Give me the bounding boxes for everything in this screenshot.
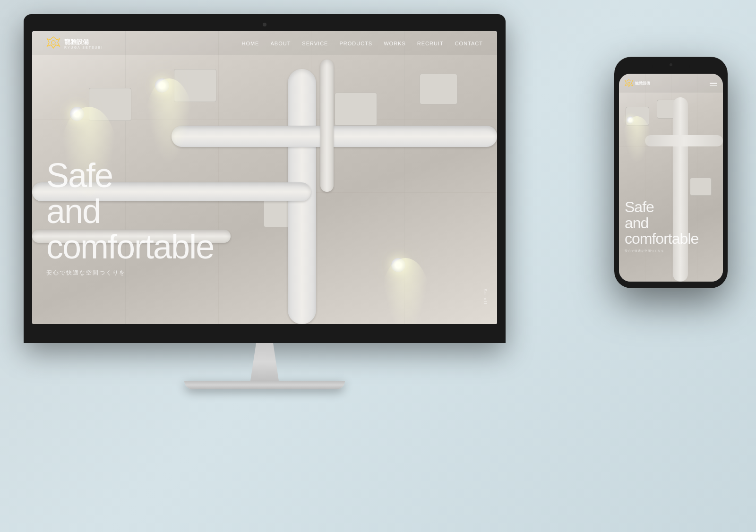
iphone-logo: 龍雅設備 bbox=[625, 79, 650, 87]
hero-line2: and bbox=[46, 194, 214, 230]
imac-neck bbox=[236, 343, 293, 381]
nav-logo: 龍雅設備 RYUGA SETSUBI bbox=[46, 36, 103, 50]
imac-device: 龍雅設備 RYUGA SETSUBI HOME ABOUT SERVICE PR… bbox=[24, 14, 506, 389]
iphone-notch bbox=[652, 63, 690, 71]
svg-point-1 bbox=[628, 82, 630, 85]
nav-links: HOME ABOUT SERVICE PRODUCTS WORKS RECRUI… bbox=[241, 39, 483, 47]
hero-line3: comfortable bbox=[46, 229, 214, 265]
iphone-pipe-v bbox=[673, 97, 688, 282]
website-mobile: 龍雅設備 Safe and comfortable 安心で快適な bbox=[619, 74, 723, 282]
imac-base bbox=[184, 381, 345, 389]
nav-service[interactable]: SERVICE bbox=[302, 41, 328, 46]
iphone-nav: 龍雅設備 bbox=[619, 74, 723, 93]
iphone-subtext: 安心で快適な空間つくりを bbox=[625, 249, 698, 253]
imac-screen: 龍雅設備 RYUGA SETSUBI HOME ABOUT SERVICE PR… bbox=[32, 31, 497, 324]
pipe-horizontal bbox=[172, 126, 497, 147]
iphone-device: 龍雅設備 Safe and comfortable 安心で快適な bbox=[614, 57, 728, 288]
imac-camera bbox=[263, 23, 266, 26]
nav-works[interactable]: WORKS bbox=[384, 41, 406, 46]
logo-name-text: 龍雅設備 bbox=[64, 38, 89, 45]
pipe-small-v bbox=[320, 60, 334, 192]
nav-recruit[interactable]: RECRUIT bbox=[417, 41, 444, 46]
svg-point-0 bbox=[52, 41, 55, 44]
iphone-logo-icon bbox=[625, 79, 633, 87]
scene: 龍雅設備 RYUGA SETSUBI HOME ABOUT SERVICE PR… bbox=[0, 0, 756, 532]
hero-headline: Safe and comfortable bbox=[46, 158, 214, 265]
scroll-indicator: Scroll bbox=[483, 289, 488, 305]
iphone-line3: comfortable bbox=[625, 231, 698, 247]
logo-sub-text: RYUGA SETSUBI bbox=[64, 46, 103, 49]
nav-about[interactable]: ABOUT bbox=[270, 41, 291, 46]
iphone-logo-text: 龍雅設備 bbox=[635, 81, 650, 86]
logo-icon bbox=[46, 36, 60, 50]
iphone-line1: Safe bbox=[625, 199, 698, 215]
iphone-pipe-h bbox=[645, 135, 723, 146]
nav-products[interactable]: PRODUCTS bbox=[339, 41, 372, 46]
nav-home[interactable]: HOME bbox=[241, 41, 259, 46]
ac-unit bbox=[335, 93, 377, 126]
iphone-light-beam bbox=[623, 116, 651, 163]
hero-text: Safe and comfortable 安心で快適な空間つくりを bbox=[46, 158, 214, 277]
ac-unit bbox=[420, 74, 457, 104]
iphone-headline: Safe and comfortable bbox=[625, 199, 698, 247]
iphone-camera bbox=[670, 63, 672, 66]
website-desktop: 龍雅設備 RYUGA SETSUBI HOME ABOUT SERVICE PR… bbox=[32, 31, 497, 324]
hero-subtext: 安心で快適な空間つくりを bbox=[46, 269, 214, 277]
iphone-ac-3 bbox=[690, 178, 712, 196]
light-beam-2 bbox=[146, 78, 193, 163]
hero-line1: Safe bbox=[46, 158, 214, 194]
iphone-body: 龍雅設備 Safe and comfortable 安心で快適な bbox=[614, 57, 728, 288]
iphone-screen: 龍雅設備 Safe and comfortable 安心で快適な bbox=[619, 74, 723, 282]
nav-contact[interactable]: CONTACT bbox=[455, 41, 483, 46]
imac-bezel: 龍雅設備 RYUGA SETSUBI HOME ABOUT SERVICE PR… bbox=[24, 14, 506, 343]
desktop-nav: 龍雅設備 RYUGA SETSUBI HOME ABOUT SERVICE PR… bbox=[32, 31, 497, 55]
iphone-hero: Safe and comfortable 安心で快適な空間つくりを bbox=[625, 199, 698, 253]
iphone-line2: and bbox=[625, 215, 698, 232]
hamburger-menu[interactable] bbox=[710, 81, 717, 86]
